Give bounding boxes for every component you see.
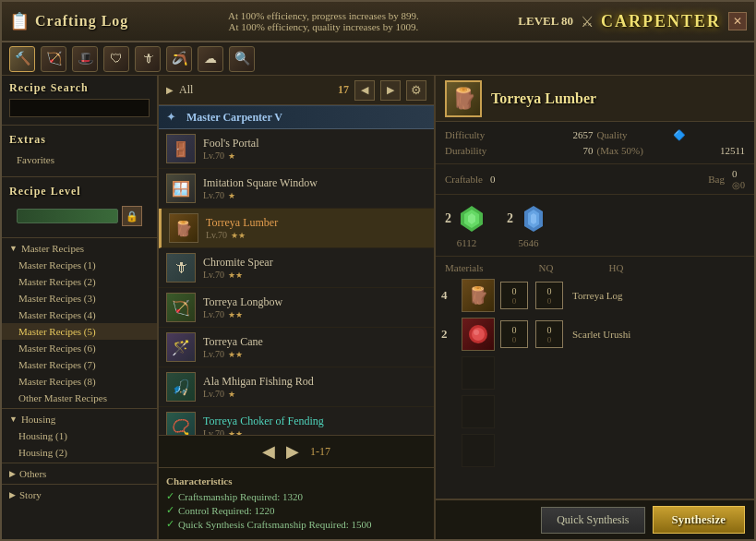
synthesize-button[interactable]: Synthesize bbox=[653, 506, 746, 534]
settings-btn[interactable]: ⚙ bbox=[406, 80, 426, 101]
quality-indicator: 🔷 bbox=[673, 129, 745, 141]
recipe-item-chromite-spear[interactable]: 🗡 Chromite Spear Lv.70 ★★ bbox=[159, 248, 434, 288]
nav-right-btn[interactable]: ▶ bbox=[380, 80, 401, 101]
job-title: CARPENTER bbox=[601, 12, 721, 31]
recipe-level: Lv.70 bbox=[203, 309, 224, 319]
count-badge: 17 bbox=[338, 83, 349, 97]
master-banner-icon: ✦ bbox=[166, 110, 181, 125]
char-text-3: Quick Synthesis Craftsmanship Required: … bbox=[178, 519, 372, 530]
recipe-meta: Lv.70 ★ bbox=[203, 150, 426, 161]
recipe-meta: Lv.70 ★★ bbox=[203, 309, 426, 319]
tool-hammer[interactable]: 🔨 bbox=[9, 46, 35, 72]
play-icon: ▶ bbox=[166, 85, 174, 95]
hq-sub-1: 0 bbox=[547, 296, 552, 306]
recipe-info: Torreya Lumber Lv.70 ★★ bbox=[206, 216, 426, 240]
category-story[interactable]: ▶ Story bbox=[2, 487, 157, 503]
favorites-label[interactable]: Favorites bbox=[9, 150, 150, 169]
recipe-level: Lv.70 bbox=[203, 270, 224, 280]
char-header: Characteristics bbox=[166, 475, 426, 487]
recipe-thumb: 🪵 bbox=[169, 213, 198, 243]
efficiency-line1: At 100% efficiency, progress increases b… bbox=[228, 10, 419, 21]
tool-shield[interactable]: 🛡 bbox=[103, 46, 129, 72]
recipe-name: Ala Mhigan Fishing Rod bbox=[203, 375, 426, 389]
nav-left-btn[interactable]: ◀ bbox=[354, 80, 375, 101]
craftable-row: Craftable 0 Bag 0◎0 bbox=[436, 164, 754, 195]
nq-box-2: 0 0 bbox=[500, 320, 528, 348]
recipe-item-torreya-cane[interactable]: 🪄 Torreya Cane Lv.70 ★★ bbox=[159, 328, 434, 367]
mat-name-2: Scarlet Urushi bbox=[572, 329, 630, 340]
mat-count-1: 4 bbox=[441, 288, 456, 303]
nq-val-2: 0 bbox=[512, 325, 517, 335]
check-icon-2: ✓ bbox=[166, 504, 174, 516]
page-next-btn[interactable]: ▶ bbox=[286, 441, 299, 462]
category-other-master[interactable]: Other Master Recipes bbox=[2, 390, 157, 406]
category-master-2[interactable]: Master Recipes (2) bbox=[2, 273, 157, 290]
category-master-7[interactable]: Master Recipes (7) bbox=[2, 356, 157, 373]
crystal-count-green: 2 bbox=[445, 202, 488, 235]
category-others[interactable]: ▶ Others bbox=[2, 465, 157, 482]
crystals-area: 2 6112 2 bbox=[436, 195, 754, 257]
master-banner: ✦ Master Carpenter V bbox=[159, 105, 434, 129]
recipe-thumb: 🚪 bbox=[166, 134, 196, 163]
others-arrow: ▶ bbox=[9, 469, 16, 478]
category-master-4[interactable]: Master Recipes (4) bbox=[2, 307, 157, 323]
mat-empty-1 bbox=[441, 356, 749, 390]
category-master-5[interactable]: Master Recipes (5) bbox=[2, 323, 157, 340]
story-label: Story bbox=[19, 489, 42, 500]
efficiency-line2: At 100% efficiency, quality increases by… bbox=[229, 21, 419, 32]
tool-bow[interactable]: 🏹 bbox=[41, 46, 66, 72]
quality-icon: 🔷 bbox=[673, 129, 686, 141]
category-housing-2[interactable]: Housing (2) bbox=[2, 444, 157, 461]
tool-cloud[interactable]: ☁ bbox=[198, 46, 223, 72]
category-housing-1[interactable]: Housing (1) bbox=[2, 427, 157, 444]
recipe-info: Torreya Longbow Lv.70 ★★ bbox=[203, 295, 426, 319]
item-header: 🪵 Torreya Lumber bbox=[436, 76, 754, 122]
quick-synthesis-button[interactable]: Quick Synthesis bbox=[541, 507, 644, 534]
category-master-8[interactable]: Master Recipes (8) bbox=[2, 373, 157, 390]
recipe-item-imitation-window[interactable]: 🪟 Imitation Square Window Lv.70 ★ bbox=[159, 169, 434, 209]
item-stats: Difficulty 2657 Quality 🔷 Durability 70 … bbox=[436, 122, 754, 164]
tool-hat[interactable]: 🎩 bbox=[72, 46, 98, 72]
close-button[interactable]: ✕ bbox=[728, 12, 747, 30]
recipe-item-fools-portal[interactable]: 🚪 Fool's Portal Lv.70 ★ bbox=[159, 129, 434, 169]
extras-section: Extras Favorites bbox=[2, 127, 157, 174]
recipe-meta: Lv.70 ★ bbox=[203, 190, 426, 200]
recipe-item-choker-fending[interactable]: 📿 Torreya Choker of Fending Lv.70 ★★ bbox=[159, 407, 434, 435]
level-bar-fill bbox=[17, 209, 118, 223]
mat-empty-2 bbox=[441, 395, 749, 428]
craftable-section: Craftable 0 bbox=[445, 168, 495, 190]
category-master-1[interactable]: Master Recipes (1) bbox=[2, 257, 157, 273]
materials-label: Materials bbox=[445, 262, 484, 273]
page-prev-btn[interactable]: ◀ bbox=[262, 441, 275, 462]
category-master-3[interactable]: Master Recipes (3) bbox=[2, 290, 157, 307]
mat-name-1: Torreya Log bbox=[572, 290, 623, 301]
recipe-meta: Lv.70 ★★ bbox=[206, 230, 426, 240]
recipe-level: Lv.70 bbox=[203, 389, 224, 399]
category-housing[interactable]: ▼ Housing bbox=[2, 411, 157, 427]
recipe-search-section: Recipe Search bbox=[2, 76, 157, 123]
recipe-item-torreya-longbow[interactable]: 🏹 Torreya Longbow Lv.70 ★★ bbox=[159, 288, 434, 328]
char-item-3: ✓ Quick Synthesis Craftsmanship Required… bbox=[166, 518, 426, 530]
recipe-info: Chromite Spear Lv.70 ★★ bbox=[203, 256, 426, 280]
header: 📋 Crafting Log At 100% efficiency, progr… bbox=[2, 2, 754, 42]
tool-wing[interactable]: 🪃 bbox=[166, 46, 192, 72]
recipe-meta: Lv.70 ★★ bbox=[203, 270, 426, 280]
crystal-icon-blue bbox=[517, 202, 550, 235]
recipe-name: Chromite Spear bbox=[203, 256, 426, 270]
category-master-6[interactable]: Master Recipes (6) bbox=[2, 340, 157, 356]
tool-spear[interactable]: 🗡 bbox=[135, 46, 161, 72]
max-quality-label: (Max 50%) bbox=[597, 145, 669, 156]
crystal-num-blue: 2 bbox=[507, 211, 513, 226]
recipe-thumb: 🎣 bbox=[166, 372, 196, 402]
category-master-recipes[interactable]: ▼ Master Recipes bbox=[2, 240, 157, 257]
hq-sub-2: 0 bbox=[547, 335, 552, 344]
crystal-count-blue: 2 bbox=[507, 202, 550, 235]
tool-search[interactable]: 🔍 bbox=[229, 46, 255, 72]
recipe-item-torreya-lumber[interactable]: 🪵 Torreya Lumber Lv.70 ★★ bbox=[159, 209, 434, 248]
recipe-search-input[interactable] bbox=[9, 99, 150, 117]
mat-icon-1: 🪵 bbox=[462, 279, 495, 312]
header-center: At 100% efficiency, progress increases b… bbox=[228, 10, 419, 32]
header-title: Crafting Log bbox=[35, 13, 128, 30]
recipe-item-fishing-rod[interactable]: 🎣 Ala Mhigan Fishing Rod Lv.70 ★ bbox=[159, 367, 434, 407]
nq-label: NQ bbox=[539, 262, 554, 273]
